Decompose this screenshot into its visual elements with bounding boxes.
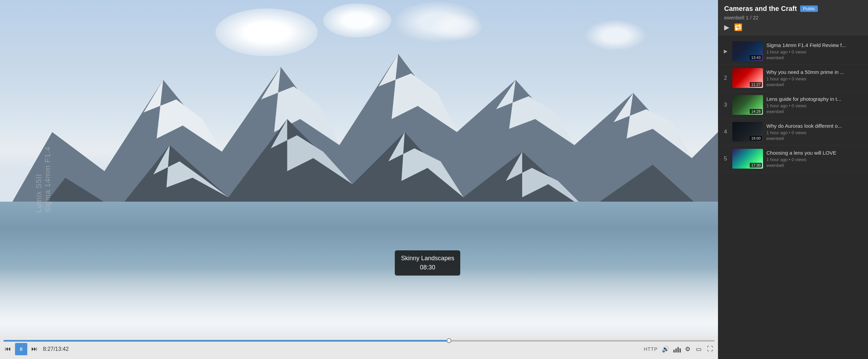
play-all-icon[interactable]: ▶ (724, 23, 729, 31)
item-number: 2 (722, 75, 729, 81)
skip-forward-button[interactable]: ⏭ (30, 345, 39, 353)
playlist-item[interactable]: ▶ 13:43 Sigma 14mm F1.4 Field Review f..… (718, 38, 868, 65)
skip-back-button[interactable]: ⏮ (3, 345, 12, 353)
progress-fill (3, 340, 449, 342)
volume-button[interactable]: 🔊 (660, 345, 671, 354)
playlist-meta: ewenbell 1 / 22 (724, 15, 862, 20)
item-info: Sigma 14mm F1.4 Field Review f... 1 hour… (766, 42, 864, 60)
item-number: 3 (722, 102, 729, 108)
item-duration: 11:27 (750, 82, 762, 87)
settings-icon: ⚙ (685, 345, 690, 353)
playlist-header: Cameras and the Craft Public ewenbell 1 … (718, 0, 868, 35)
item-thumbnail: 17:30 (732, 149, 763, 169)
progress-row (3, 340, 715, 342)
item-title: Choosing a lens you will LOVE (766, 150, 864, 156)
time-display: 8:27/13:42 (43, 346, 69, 352)
item-thumbnail: 19:00 (732, 122, 763, 142)
public-badge: Public (800, 5, 818, 12)
item-info: Lens guide for photography in t... 1 hou… (766, 96, 864, 114)
video-container[interactable]: Skinny Landscapes 08:30 (0, 0, 718, 336)
vol-bar-2 (675, 348, 677, 353)
progress-handle[interactable] (447, 338, 451, 343)
item-title: Why you need a 50mm prime in ... (766, 69, 864, 75)
item-info: Why you need a 50mm prime in ... 1 hour … (766, 69, 864, 87)
playlist-item[interactable]: 4 19:00 Why do Auroras look different o.… (718, 119, 868, 145)
item-duration: 13:43 (750, 55, 762, 60)
item-author: ewenbell (766, 136, 864, 141)
pause-button[interactable]: ⏸ (15, 343, 27, 355)
item-duration: 19:00 (750, 136, 762, 141)
item-thumbnail: 13:43 (732, 41, 763, 61)
video-scene (0, 0, 718, 336)
item-title: Lens guide for photography in t... (766, 96, 864, 102)
item-meta: 1 hour ago • 0 views (766, 49, 864, 54)
settings-button[interactable]: ⚙ (684, 345, 692, 354)
item-meta: 1 hour ago • 0 views (766, 103, 864, 108)
item-author: ewenbell (766, 163, 864, 168)
playlist-items[interactable]: ▶ 13:43 Sigma 14mm F1.4 Field Review f..… (718, 35, 868, 359)
vol-bar-4 (679, 348, 681, 353)
item-duration: 14:28 (750, 109, 762, 114)
item-meta: 1 hour ago • 0 views (766, 76, 864, 81)
loop-icon[interactable]: 🔁 (734, 23, 743, 31)
volume-icon: 🔊 (662, 345, 669, 353)
progress-bar[interactable] (3, 340, 715, 342)
playlist-panel: Cameras and the Craft Public ewenbell 1 … (718, 0, 868, 359)
controls-bar: ⏮ ⏸ ⏭ 8:27/13:42 HTTP 🔊 ⚙ ▭ (0, 336, 718, 359)
item-info: Why do Auroras look different o... 1 hou… (766, 123, 864, 141)
item-thumbnail: 14:28 (732, 95, 763, 115)
playlist-controls: ▶ 🔁 (724, 23, 862, 31)
fullscreen-button[interactable]: ⛶ (706, 345, 715, 353)
item-number: 5 (722, 156, 729, 162)
playlist-title-row: Cameras and the Craft Public (724, 5, 862, 13)
item-thumbnail: 11:27 (732, 68, 763, 88)
video-panel: Lumix S5II Sigma 14mm F1.4 (0, 0, 718, 359)
playlist-item[interactable]: 5 17:30 Choosing a lens you will LOVE 1 … (718, 145, 868, 172)
playlist-item[interactable]: 3 14:28 Lens guide for photography in t.… (718, 92, 868, 119)
item-title: Why do Auroras look different o... (766, 123, 864, 129)
volume-bars (673, 346, 681, 353)
item-author: ewenbell (766, 109, 864, 114)
theater-button[interactable]: ▭ (694, 345, 703, 354)
http-label: HTTP (644, 346, 658, 352)
item-play-indicator: ▶ (722, 48, 729, 54)
item-meta: 1 hour ago • 0 views (766, 157, 864, 162)
item-author: ewenbell (766, 82, 864, 87)
vol-bar-1 (673, 350, 675, 353)
item-number: 4 (722, 129, 729, 135)
theater-icon: ▭ (696, 345, 702, 353)
fullscreen-icon: ⛶ (707, 345, 713, 353)
playlist-title: Cameras and the Craft (724, 5, 797, 13)
vol-bar-3 (677, 347, 679, 353)
playlist-item[interactable]: 2 11:27 Why you need a 50mm prime in ...… (718, 65, 868, 92)
item-meta: 1 hour ago • 0 views (766, 130, 864, 135)
item-author: ewenbell (766, 55, 864, 60)
item-duration: 17:30 (750, 163, 762, 168)
item-info: Choosing a lens you will LOVE 1 hour ago… (766, 150, 864, 168)
snow-foreground (0, 269, 718, 336)
item-title: Sigma 14mm F1.4 Field Review f... (766, 42, 864, 48)
controls-row: ⏮ ⏸ ⏭ 8:27/13:42 HTTP 🔊 ⚙ ▭ (3, 343, 715, 355)
